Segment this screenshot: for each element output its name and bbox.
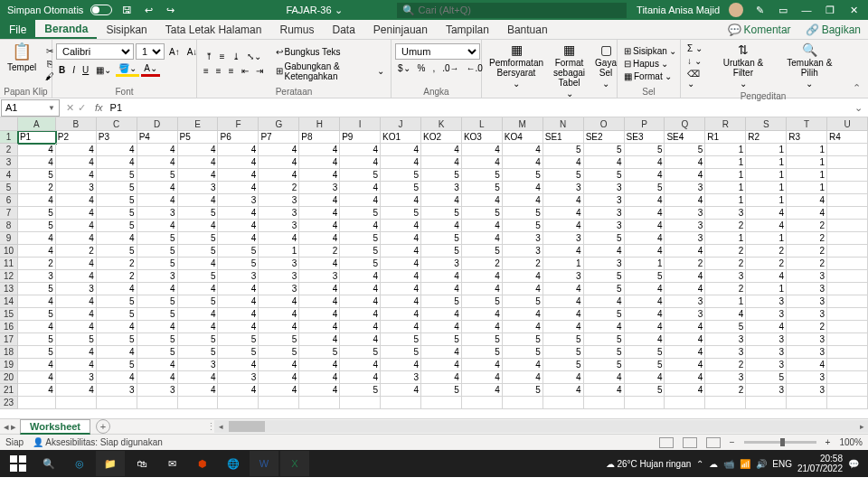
cell[interactable]: 4	[299, 371, 340, 384]
currency-icon[interactable]: $⌄	[395, 62, 413, 74]
cell[interactable]: 4	[462, 232, 503, 245]
cell[interactable]: 5	[259, 333, 299, 346]
onedrive-icon[interactable]: ☁	[709, 459, 718, 469]
zoom-slider[interactable]	[744, 441, 816, 444]
cell[interactable]	[584, 397, 625, 409]
cell-styles-button[interactable]: ▢Gaya Sel⌄	[591, 42, 620, 90]
cell[interactable]: 3	[787, 371, 827, 384]
cell[interactable]: 4	[665, 169, 705, 182]
cell[interactable]: 3	[259, 220, 299, 232]
cell[interactable]: 4	[18, 371, 56, 384]
cell[interactable]: 5	[97, 220, 137, 232]
col-header[interactable]: T	[787, 117, 827, 131]
cell[interactable]: 1	[746, 156, 787, 169]
cell[interactable]: 5	[340, 245, 381, 258]
cell[interactable]: 4	[787, 194, 827, 207]
cell[interactable]: 4	[543, 295, 584, 308]
cell[interactable]: 5	[178, 270, 219, 283]
cell[interactable]: 4	[97, 283, 137, 295]
comments-button[interactable]: 💬 Komentar	[721, 20, 798, 39]
cell[interactable]: 5	[584, 359, 625, 371]
cell[interactable]: 5	[503, 169, 543, 182]
tab-rumus[interactable]: Rumus	[270, 20, 323, 39]
cell[interactable]	[381, 397, 421, 409]
cell[interactable]: 4	[503, 270, 543, 283]
bold-button[interactable]: B	[56, 64, 68, 76]
cell[interactable]: 4	[340, 283, 381, 295]
cell[interactable]: 5	[97, 245, 137, 258]
cell[interactable]: 4	[18, 359, 56, 371]
border-icon[interactable]: ▦⌄	[93, 64, 114, 76]
cell[interactable]: 3	[665, 207, 705, 220]
cell[interactable]: 4	[705, 308, 746, 321]
cell[interactable]: 4	[18, 232, 56, 245]
cell[interactable]: 2	[705, 220, 746, 232]
cell[interactable]: 3	[705, 371, 746, 384]
cell[interactable]: 1	[259, 245, 299, 258]
excel-icon[interactable]: X	[280, 451, 309, 476]
cell[interactable]: 1	[705, 194, 746, 207]
cell[interactable]: 3	[18, 270, 56, 283]
collapse-ribbon-icon[interactable]: ⌃	[845, 79, 868, 98]
cell[interactable]: 3	[787, 308, 827, 321]
cell[interactable]: 5	[137, 295, 178, 308]
cell[interactable]: 4	[218, 156, 259, 169]
cell[interactable]: 3	[137, 207, 178, 220]
cell[interactable]: 5	[218, 333, 259, 346]
cell[interactable]: 3	[259, 283, 299, 295]
cell[interactable]: 3	[584, 207, 625, 220]
cell[interactable]: 5	[462, 207, 503, 220]
cell[interactable]: 4	[625, 207, 665, 220]
row-header[interactable]: 5	[0, 182, 18, 194]
increase-font-icon[interactable]: A↑	[166, 46, 183, 58]
cell[interactable]: 5	[218, 258, 259, 270]
cell[interactable]: 5	[462, 182, 503, 194]
cell[interactable]: 4	[584, 156, 625, 169]
cell[interactable]	[137, 397, 178, 409]
cell[interactable]: 3	[56, 182, 97, 194]
align-middle-icon[interactable]: ≡	[217, 51, 228, 62]
col-header[interactable]: M	[503, 117, 543, 131]
cell[interactable]: 4	[97, 232, 137, 245]
cell[interactable]: 3	[56, 371, 97, 384]
meet-now-icon[interactable]: 📹	[723, 459, 734, 469]
cell[interactable]	[421, 397, 462, 409]
cell[interactable]: 4	[178, 384, 219, 397]
cell[interactable]: 3	[543, 182, 584, 194]
cell[interactable]: 4	[56, 308, 97, 321]
cell[interactable]: 4	[381, 270, 421, 283]
cell[interactable]: 4	[137, 283, 178, 295]
cell[interactable]: 4	[340, 295, 381, 308]
cell[interactable]: 4	[462, 384, 503, 397]
cell[interactable]: 4	[543, 207, 584, 220]
zoom-in-icon[interactable]: +	[826, 437, 831, 447]
row-header[interactable]: 9	[0, 232, 18, 245]
col-header[interactable]: N	[543, 117, 584, 131]
cell[interactable]: 4	[381, 258, 421, 270]
cell[interactable]: 1	[746, 169, 787, 182]
enter-icon[interactable]: ✓	[78, 102, 86, 114]
cell[interactable]: 5	[97, 194, 137, 207]
cell[interactable]: 3	[746, 359, 787, 371]
cell[interactable]: 3	[705, 333, 746, 346]
cell[interactable]: 2	[56, 245, 97, 258]
cell[interactable]: 4	[340, 194, 381, 207]
cell[interactable]: 4	[299, 308, 340, 321]
cell[interactable]: 4	[259, 359, 299, 371]
cell[interactable]: 4	[97, 156, 137, 169]
cell[interactable]: 5	[97, 333, 137, 346]
cell[interactable]	[178, 397, 219, 409]
cell[interactable]: 4	[18, 321, 56, 333]
cell[interactable]: 3	[178, 182, 219, 194]
cell[interactable]: 4	[381, 295, 421, 308]
cell[interactable]: 4	[503, 283, 543, 295]
cell[interactable]: 4	[584, 321, 625, 333]
col-header[interactable]: C	[97, 117, 137, 131]
cell[interactable]: 4	[137, 371, 178, 384]
cell[interactable]: 4	[421, 283, 462, 295]
cell[interactable]: 4	[178, 169, 219, 182]
font-size-select[interactable]: 11	[136, 43, 165, 60]
find-select-button[interactable]: 🔍Temukan & Pilih⌄	[778, 42, 842, 90]
edge-icon[interactable]: ◎	[65, 451, 94, 476]
row-header[interactable]: 18	[0, 346, 18, 359]
